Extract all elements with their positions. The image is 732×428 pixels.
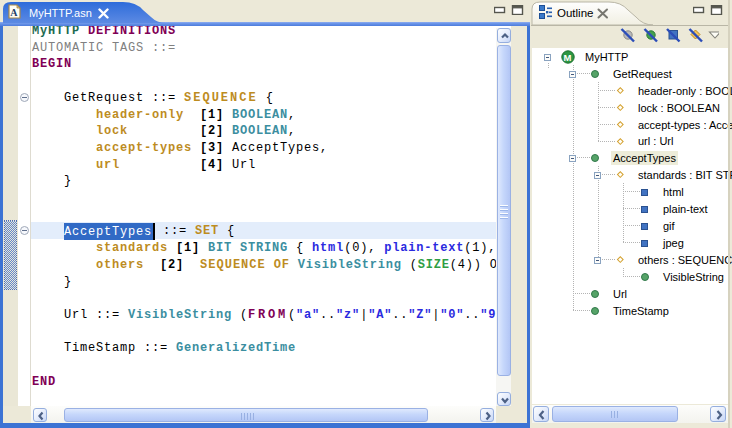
svg-text:A: A — [10, 7, 18, 18]
svg-text:M: M — [564, 52, 572, 63]
